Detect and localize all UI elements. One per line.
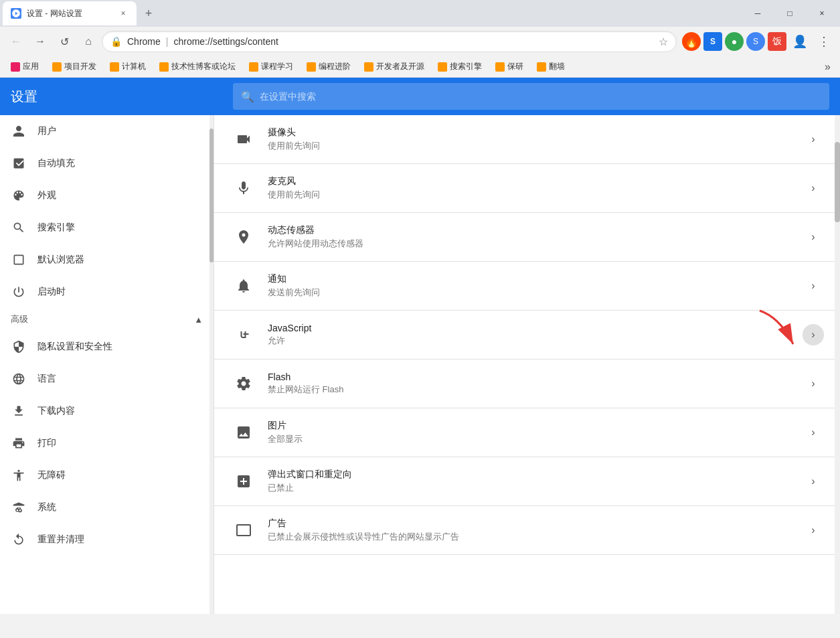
content-scrollbar[interactable] xyxy=(835,115,840,614)
settings-item-images[interactable]: 图片 全部显示 › xyxy=(214,408,840,457)
ext-icon-green[interactable]: ● xyxy=(725,32,744,51)
notification-arrow[interactable]: › xyxy=(803,275,824,297)
url-text: chrome://settings/content xyxy=(173,36,653,47)
bookmark-label: 项目开发 xyxy=(64,61,96,72)
ads-title: 广告 xyxy=(268,517,792,530)
bookmark-opensource[interactable]: 开发者及开源 xyxy=(359,58,430,76)
sidebar-item-startup[interactable]: 启动时 xyxy=(0,276,214,308)
settings-item-microphone[interactable]: 麦克风 使用前先询问 › xyxy=(214,164,840,213)
images-arrow[interactable]: › xyxy=(803,422,824,443)
sidebar-label: 系统 xyxy=(37,501,56,513)
bookmark-star-icon[interactable]: ☆ xyxy=(659,35,668,48)
close-button[interactable]: × xyxy=(807,3,837,24)
forward-button[interactable]: → xyxy=(29,31,51,52)
minimize-button[interactable]: ─ xyxy=(742,3,773,24)
microphone-arrow[interactable]: › xyxy=(803,177,824,199)
sidebar-item-appearance[interactable]: 外观 xyxy=(0,179,214,212)
microphone-text: 麦克风 使用前先询问 xyxy=(268,175,792,201)
window-controls: ─ □ × xyxy=(742,3,837,24)
settings-item-flash[interactable]: Flash 禁止网站运行 Flash › xyxy=(214,360,840,408)
ext-icon-fire[interactable]: 🔥 xyxy=(682,32,701,51)
new-tab-button[interactable]: + xyxy=(139,4,158,23)
bookmark-icon xyxy=(438,62,447,72)
bookmark-icon xyxy=(110,62,119,72)
sidebar-item-privacy[interactable]: 隐私设置和安全性 xyxy=(0,331,214,363)
settings-search-bar[interactable]: 🔍 xyxy=(233,83,829,110)
main-layout: 用户 自动填充 外观 搜索引擎 默认浏览器 xyxy=(0,115,840,614)
popups-icon xyxy=(230,468,257,495)
sidebar-label: 下载内容 xyxy=(37,405,75,417)
settings-item-camera[interactable]: 摄像头 使用前先询问 › xyxy=(214,115,840,164)
sidebar-label: 启动时 xyxy=(37,286,66,298)
bookmark-label: 应用 xyxy=(23,61,39,72)
camera-arrow[interactable]: › xyxy=(803,129,824,150)
address-bar[interactable]: 🔒 Chrome | chrome://settings/content ☆ xyxy=(102,31,677,52)
images-title: 图片 xyxy=(268,420,792,432)
back-button[interactable]: ← xyxy=(5,31,27,52)
sidebar-item-search[interactable]: 搜索引擎 xyxy=(0,212,214,244)
bookmark-courses[interactable]: 课程学习 xyxy=(244,58,299,76)
bookmark-computer[interactable]: 计算机 xyxy=(104,58,151,76)
settings-search-input[interactable] xyxy=(260,91,821,102)
bookmark-vpn[interactable]: 翻墙 xyxy=(531,58,570,76)
bookmarks-more-button[interactable]: » xyxy=(821,60,835,74)
sidebar-label: 打印 xyxy=(37,437,56,449)
sidebar-item-autofill[interactable]: 自动填充 xyxy=(0,147,214,179)
more-button[interactable]: ⋮ xyxy=(813,31,835,52)
sidebar-item-default-browser[interactable]: 默认浏览器 xyxy=(0,244,214,276)
flash-arrow[interactable]: › xyxy=(803,373,824,394)
tab-close-button[interactable]: × xyxy=(118,8,129,19)
notification-icon xyxy=(230,272,257,299)
sidebar-scrollbar[interactable] xyxy=(209,115,214,614)
user-icon[interactable]: 👤 xyxy=(789,31,811,52)
notification-text: 通知 发送前先询问 xyxy=(268,273,792,299)
ads-arrow[interactable]: › xyxy=(803,520,824,541)
microphone-subtitle: 使用前先询问 xyxy=(268,189,792,201)
bookmark-label: 课程学习 xyxy=(261,61,293,72)
ext-icon-red[interactable]: 饭 xyxy=(768,32,786,51)
sidebar-item-accessibility[interactable]: 无障碍 xyxy=(0,459,214,491)
ext-icon-s[interactable]: S xyxy=(703,32,722,51)
settings-item-popups[interactable]: 弹出式窗口和重定向 已禁止 › xyxy=(214,457,840,506)
sidebar-label: 重置并清理 xyxy=(37,534,84,546)
motion-sensor-arrow[interactable]: › xyxy=(803,226,824,248)
sidebar-scroll-thumb[interactable] xyxy=(209,129,214,262)
ads-text: 广告 已禁止会展示侵扰性或误导性广告的网站显示广告 xyxy=(268,517,792,543)
bookmark-tech-blog[interactable]: 技术性博客或论坛 xyxy=(154,58,241,76)
sidebar-label: 语言 xyxy=(37,373,56,385)
sidebar-item-reset[interactable]: 重置并清理 xyxy=(0,524,214,556)
motion-sensor-subtitle: 允许网站使用动态传感器 xyxy=(268,238,792,250)
active-tab[interactable]: 设置 - 网站设置 × xyxy=(3,1,137,25)
bookmark-label: 技术性博客或论坛 xyxy=(171,61,236,72)
bookmark-search[interactable]: 搜索引擎 xyxy=(432,58,487,76)
bookmark-label: 开发者及开源 xyxy=(376,61,424,72)
sidebar-item-language[interactable]: 语言 xyxy=(0,363,214,395)
sidebar-item-users[interactable]: 用户 xyxy=(0,115,214,147)
javascript-arrow[interactable]: › xyxy=(803,324,824,345)
bookmark-programming[interactable]: 编程进阶 xyxy=(301,58,356,76)
popups-arrow[interactable]: › xyxy=(803,471,824,492)
bookmark-apps[interactable]: 应用 xyxy=(5,58,44,76)
ext-icon-blue2[interactable]: S xyxy=(746,32,765,51)
javascript-text: JavaScript 允许 xyxy=(268,323,792,347)
bookmark-label: 翻墙 xyxy=(549,61,565,72)
settings-item-motion-sensors[interactable]: 动态传感器 允许网站使用动态传感器 › xyxy=(214,213,840,262)
maximize-button[interactable]: □ xyxy=(774,3,805,24)
sidebar-item-downloads[interactable]: 下载内容 xyxy=(0,395,214,427)
settings-item-ads[interactable]: 广告 已禁止会展示侵扰性或误导性广告的网站显示广告 › xyxy=(214,506,840,555)
content-scroll-thumb[interactable] xyxy=(835,142,840,222)
reload-button[interactable]: ↺ xyxy=(54,31,75,52)
sidebar-item-system[interactable]: 系统 xyxy=(0,491,214,524)
settings-item-javascript[interactable]: JavaScript 允许 › xyxy=(214,311,840,360)
bookmark-project-dev[interactable]: 项目开发 xyxy=(47,58,102,76)
javascript-title: JavaScript xyxy=(268,323,792,333)
bookmark-icon xyxy=(307,62,316,72)
sidebar-item-print[interactable]: 打印 xyxy=(0,427,214,459)
appearance-icon xyxy=(11,187,27,204)
bookmark-grad[interactable]: 保研 xyxy=(490,58,529,76)
home-button[interactable]: ⌂ xyxy=(78,31,99,52)
settings-item-notifications[interactable]: 通知 发送前先询问 › xyxy=(214,262,840,311)
bookmark-icon xyxy=(495,62,505,72)
sidebar-section-advanced[interactable]: 高级 ▲ xyxy=(0,308,214,331)
javascript-icon xyxy=(230,321,257,348)
